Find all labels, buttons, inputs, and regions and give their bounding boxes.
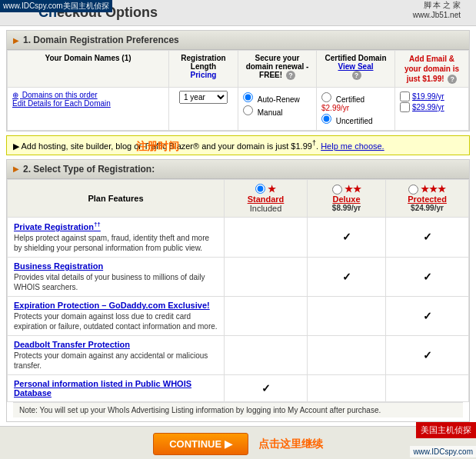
check-icon: ✓	[423, 349, 432, 361]
email-help-icon[interactable]: ?	[448, 75, 457, 84]
domains-on-order-link[interactable]: ⊕ Domains on this order	[12, 91, 98, 99]
secure-help-icon[interactable]: ?	[286, 71, 295, 80]
note-bar: Note: You will set up your WhoIs Adverti…	[13, 402, 463, 417]
reg-length-cell: 1 year 2 years 3 years 5 years 10 years	[169, 88, 238, 131]
check-icon: ✓	[342, 231, 351, 243]
continue-annotation: 点击这里继续	[258, 437, 323, 450]
uncertified-radio[interactable]	[321, 114, 331, 124]
uncertified-label: Uncertified	[336, 117, 373, 125]
protected-cell: ✓	[386, 336, 469, 375]
email-price-1: $19.99/yr	[412, 92, 444, 101]
deluxe-price: $8.99/yr	[314, 204, 379, 212]
auto-renew-radio[interactable]	[243, 92, 253, 102]
feature-row: Business RegistrationProvides vital deta…	[8, 258, 469, 297]
feature-cell: Expiration Protection – GoDaddy.com Excl…	[8, 297, 225, 336]
auto-renew-label: Auto-Renew	[258, 95, 300, 104]
standard-plan-link[interactable]: Standard	[248, 195, 285, 204]
feature-desc: Helps protect against spam, fraud, ident…	[14, 233, 218, 253]
email-checkbox-1[interactable]	[400, 91, 410, 101]
deluxe-cell: ✓	[308, 258, 386, 297]
feature-row: Private Registration††Helps protect agai…	[8, 217, 469, 258]
col-certified-header: Certified Domain View Seal ?	[317, 51, 395, 88]
standard-cell	[225, 258, 308, 297]
edit-details-link[interactable]: Edit Details for Each Domain	[12, 99, 111, 108]
section2-title: 2. Select Type of Registration:	[23, 164, 155, 175]
feature-name-link[interactable]: Deadbolt Transfer Protection	[14, 340, 130, 349]
protected-plan-radio[interactable]	[408, 185, 418, 195]
secure-cell: Auto-Renew Manual	[238, 88, 317, 131]
hosting-bar: ▶ Add hosting, site builder, blog or Tra…	[6, 135, 470, 155]
plans-table: Plan Features ★ Standard Included	[7, 179, 469, 403]
feature-cell: Deadbolt Transfer ProtectionProtects you…	[8, 336, 225, 375]
check-icon: ✓	[261, 382, 271, 394]
manual-radio[interactable]	[243, 105, 253, 115]
section-domain-registration: ▶ 1. Domain Registration Preferences You…	[6, 30, 470, 131]
feature-name-link[interactable]: Business Registration	[14, 261, 103, 271]
deluxe-cell	[308, 375, 386, 402]
domain-row: ⊕ Domains on this order Edit Details for…	[8, 88, 469, 131]
pricing-link[interactable]: Pricing	[191, 71, 217, 79]
standard-included: Included	[231, 204, 301, 213]
feature-row: Personal information listed in Public WH…	[8, 375, 469, 402]
protected-cell: ✓	[386, 258, 469, 297]
section2-arrow: ▶	[13, 165, 19, 173]
protected-stars: ★★★	[421, 184, 446, 195]
view-seal-link[interactable]: View Seal	[321, 62, 390, 71]
protected-cell	[386, 375, 469, 402]
standard-cell	[225, 217, 308, 258]
section2-header: ▶ 2. Select Type of Registration:	[7, 160, 469, 179]
feature-row: Deadbolt Transfer ProtectionProtects you…	[8, 336, 469, 375]
certified-cell: Certified $2.99/yr Uncertified	[317, 88, 395, 131]
domain-names-cell: ⊕ Domains on this order Edit Details for…	[8, 88, 169, 131]
section-registration-type: ▶ 2. Select Type of Registration: Plan F…	[6, 159, 470, 423]
certified-help-icon[interactable]: ?	[352, 71, 361, 80]
watermark-top-left: www.IDCspy.com美国主机侦探	[0, 0, 112, 12]
col-plan-features-header: Plan Features	[8, 179, 225, 217]
deluxe-cell	[308, 297, 386, 336]
section1-title: 1. Domain Registration Preferences	[23, 35, 179, 45]
col-reg-header: Registration Length Pricing	[169, 51, 238, 88]
feature-cell: Business RegistrationProvides vital deta…	[8, 258, 225, 297]
deluxe-cell	[308, 336, 386, 375]
check-icon: ✓	[342, 271, 351, 283]
col-protected-header: ★★★ Protected $24.99/yr	[386, 179, 469, 217]
email-price-2: $29.99/yr	[412, 103, 444, 111]
domain-table: Your Domain Names (1) Registration Lengt…	[7, 50, 469, 131]
feature-desc: Protects your domain against any acciden…	[14, 351, 218, 371]
deluxe-plan-link[interactable]: Deluxe	[332, 195, 360, 204]
feature-desc: Provides vital details of your business …	[14, 272, 218, 292]
protected-cell: ✓	[386, 217, 469, 258]
protected-plan-link[interactable]: Protected	[408, 195, 447, 204]
continue-button[interactable]: CONTINUE ▶	[153, 433, 248, 455]
check-icon: ✓	[423, 231, 432, 243]
feature-cell: Personal information listed in Public WH…	[8, 375, 225, 402]
protected-price: $24.99/yr	[392, 204, 462, 212]
check-icon: ✓	[423, 310, 432, 322]
check-icon: ✓	[423, 271, 432, 283]
deluxe-cell: ✓	[308, 217, 386, 258]
standard-cell	[225, 336, 308, 375]
col-secure-header: Secure your domain renewal -FREE! ?	[238, 51, 317, 88]
feature-name-link[interactable]: Personal information listed in Public WH…	[14, 379, 191, 397]
watermark-bottom-right2: www.IDCspy.com	[410, 446, 476, 457]
certified-radio[interactable]	[321, 92, 331, 102]
standard-star: ★	[268, 184, 276, 195]
year-select[interactable]: 1 year 2 years 3 years 5 years 10 years	[179, 91, 228, 104]
section1-arrow: ▶	[13, 36, 19, 45]
standard-plan-radio[interactable]	[255, 184, 265, 194]
feature-name-link[interactable]: Private Registration††	[14, 222, 101, 231]
feature-name-link[interactable]: Expiration Protection – GoDaddy.com Excl…	[14, 301, 210, 310]
col-domain-header: Your Domain Names (1)	[8, 51, 169, 88]
email-cell: $19.99/yr $29.99/yr	[395, 88, 469, 131]
section1-header: ▶ 1. Domain Registration Preferences	[7, 31, 469, 50]
col-standard-header: ★ Standard Included	[225, 179, 308, 217]
watermark-bottom-right: 美国主机侦探	[416, 422, 476, 438]
protected-cell: ✓	[386, 297, 469, 336]
manual-label: Manual	[258, 108, 283, 117]
feature-cell: Private Registration††Helps protect agai…	[8, 217, 225, 258]
col-deluxe-header: ★★ Deluxe $8.99/yr	[308, 179, 386, 217]
deluxe-plan-radio[interactable]	[332, 185, 342, 195]
help-me-choose-link[interactable]: Help me choose.	[321, 141, 384, 151]
standard-cell: ✓	[225, 375, 308, 402]
email-checkbox-2[interactable]	[400, 102, 410, 112]
